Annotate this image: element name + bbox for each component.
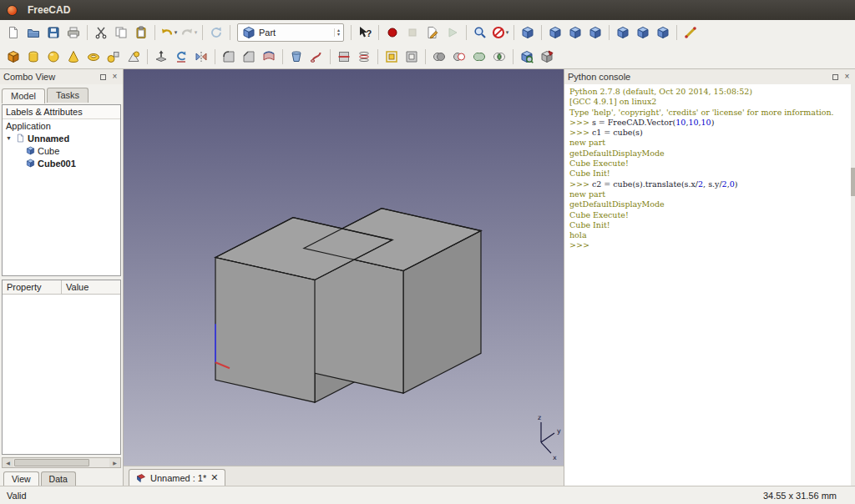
horizontal-scrollbar[interactable]: ◀ ▶ xyxy=(2,457,121,468)
part-ruled-surface-button[interactable] xyxy=(260,48,278,66)
part-box-button[interactable] xyxy=(4,48,23,66)
part-defeaturing-button[interactable] xyxy=(538,48,556,66)
draw-style-button[interactable]: ▾ xyxy=(491,23,509,42)
tab-model[interactable]: Model xyxy=(2,88,45,103)
view-right-button[interactable] xyxy=(586,23,605,42)
toolbar-separator xyxy=(87,25,88,40)
tab-tasks[interactable]: Tasks xyxy=(47,88,89,103)
value-column-header[interactable]: Value xyxy=(62,280,120,294)
toolbar-area: ▾▾Part▴▾?▾ xyxy=(0,20,855,69)
view-isometric-button[interactable] xyxy=(519,23,537,42)
close-tab-icon[interactable]: ✕ xyxy=(210,472,218,483)
tree-column-header[interactable]: Labels & Attributes xyxy=(3,105,120,119)
tree-root-application[interactable]: Application xyxy=(3,119,120,132)
dropdown-arrow-icon[interactable]: ▾ xyxy=(195,29,198,36)
document-tab[interactable]: Unnamed : 1* ✕ xyxy=(129,469,225,486)
statusbar: Valid 34.55 x 31.56 mm xyxy=(0,486,855,504)
measure-distance-button[interactable] xyxy=(681,23,700,42)
toolbar-part xyxy=(0,45,855,68)
dimension-readout: 34.55 x 31.56 mm xyxy=(763,491,837,501)
3d-viewport[interactable]: z y x xyxy=(124,69,564,466)
combo-spin-icon[interactable]: ▴▾ xyxy=(334,28,340,37)
part-mirror-button[interactable] xyxy=(192,48,210,66)
view-rear-button[interactable] xyxy=(614,23,632,42)
part-check-geometry-button[interactable] xyxy=(518,48,536,66)
console-line: getDefaultDisplayMode xyxy=(569,199,850,209)
workbench-selector[interactable]: Part▴▾ xyxy=(237,23,344,42)
console-line: >>> s = FreeCAD.Vector(10,10,10) xyxy=(569,118,850,128)
part-cone-button[interactable] xyxy=(64,48,83,66)
window-close-button[interactable] xyxy=(7,5,18,16)
tree-item-cube[interactable]: Cube xyxy=(3,144,120,157)
part-extrude-button[interactable] xyxy=(152,48,170,66)
scroll-right-icon[interactable]: ▶ xyxy=(109,458,120,467)
fit-all-button[interactable] xyxy=(471,23,489,42)
toolbar-separator xyxy=(609,25,610,40)
macro-record-button[interactable] xyxy=(383,23,402,42)
undo-button[interactable]: ▾ xyxy=(159,23,178,42)
macro-stop-button[interactable] xyxy=(403,23,422,42)
vertical-scrollbar[interactable] xyxy=(851,84,855,486)
macro-edit-button[interactable] xyxy=(423,23,442,42)
close-panel-icon[interactable]: × xyxy=(842,73,852,82)
float-panel-icon[interactable] xyxy=(99,73,108,82)
tab-data[interactable]: Data xyxy=(41,471,76,486)
part-sphere-button[interactable] xyxy=(44,48,63,66)
open-document-button[interactable] xyxy=(24,23,43,42)
tree-item-cube001[interactable]: Cube001 xyxy=(3,157,120,169)
view-bottom-button[interactable] xyxy=(634,23,652,42)
part-revolve-button[interactable] xyxy=(172,48,190,66)
part-torus-button[interactable] xyxy=(84,48,103,66)
python-console[interactable]: Python 2.7.8 (default, Oct 20 2014, 15:0… xyxy=(564,84,855,486)
scrollbar-thumb[interactable] xyxy=(14,459,89,466)
view-bottom-icon xyxy=(636,26,650,39)
view-isometric-icon xyxy=(521,26,534,39)
macro-execute-button[interactable] xyxy=(443,23,462,42)
part-sweep-button[interactable] xyxy=(307,48,326,66)
part-section-button[interactable] xyxy=(335,48,353,66)
part-primitives-button[interactable] xyxy=(104,48,123,66)
tab-view[interactable]: View xyxy=(3,471,39,486)
part-fillet-button[interactable] xyxy=(220,48,238,66)
part-cylinder-button[interactable] xyxy=(24,48,43,66)
part-loft-button[interactable] xyxy=(287,48,306,66)
scroll-left-icon[interactable]: ◀ xyxy=(3,458,13,467)
tree-item-document[interactable]: ▼ Unnamed xyxy=(3,132,120,144)
part-offset-button[interactable] xyxy=(382,48,401,66)
view-top-button[interactable] xyxy=(566,23,584,42)
whats-this-button[interactable]: ? xyxy=(356,23,374,42)
part-chamfer-icon xyxy=(242,50,255,63)
view-left-button[interactable] xyxy=(654,23,672,42)
part-shapebuilder-icon xyxy=(127,50,140,63)
part-boolean-button[interactable] xyxy=(430,48,448,66)
scrollbar-thumb[interactable] xyxy=(851,168,855,196)
close-panel-icon[interactable]: × xyxy=(110,73,119,82)
redo-button[interactable]: ▾ xyxy=(180,23,198,42)
toolbar-separator xyxy=(351,25,352,40)
part-shapebuilder-button[interactable] xyxy=(124,48,143,66)
part-common-button[interactable] xyxy=(490,48,508,66)
3d-scene[interactable]: z y x xyxy=(124,69,564,466)
tree-item-label: Cube xyxy=(38,146,59,156)
view-front-button[interactable] xyxy=(546,23,564,42)
print-document-button[interactable] xyxy=(64,23,83,42)
part-thickness-button[interactable] xyxy=(402,48,421,66)
part-chamfer-button[interactable] xyxy=(240,48,258,66)
save-document-button[interactable] xyxy=(44,23,63,42)
refresh-button[interactable] xyxy=(207,23,225,42)
console-line: new part xyxy=(569,189,850,199)
part-union-button[interactable] xyxy=(470,48,488,66)
part-cut-button[interactable] xyxy=(450,48,468,66)
cut-button[interactable] xyxy=(92,23,110,42)
dropdown-arrow-icon[interactable]: ▾ xyxy=(506,29,509,36)
paste-button[interactable] xyxy=(132,23,150,42)
part-cross-sections-icon xyxy=(357,50,371,63)
expander-icon[interactable]: ▼ xyxy=(6,135,13,141)
new-document-button[interactable] xyxy=(4,23,23,42)
property-column-header[interactable]: Property xyxy=(3,280,62,294)
console-line: Cube Execute! xyxy=(569,159,850,169)
part-cross-sections-button[interactable] xyxy=(355,48,373,66)
copy-button[interactable] xyxy=(112,23,130,42)
dropdown-arrow-icon[interactable]: ▾ xyxy=(175,29,178,36)
float-panel-icon[interactable] xyxy=(831,73,840,82)
